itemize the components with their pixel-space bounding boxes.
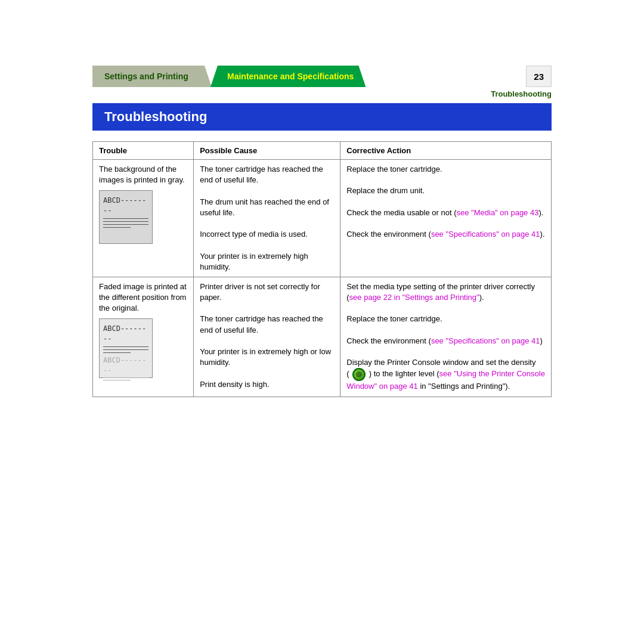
action-item: Replace the toner cartridge. (346, 164, 545, 175)
trouble-cell-2: Faded image is printed at the different … (93, 277, 194, 397)
page: Settings and Printing Maintenance and Sp… (0, 66, 644, 644)
action-item: Check the environment (see "Specificatio… (346, 229, 545, 240)
action-item: Set the media type setting of the printe… (346, 281, 545, 303)
title-bar: Troubleshooting (92, 103, 552, 131)
cause-item: Print density is high. (200, 379, 334, 390)
page-title: Troubleshooting (104, 109, 540, 125)
table-header-row: Trouble Possible Cause Corrective Action (93, 142, 552, 160)
console-icon (352, 368, 366, 381)
page-number: 23 (526, 66, 552, 87)
cause-cell-1: The toner cartridge has reached the end … (194, 160, 340, 277)
table-row: Faded image is printed at the different … (93, 277, 552, 397)
action-item: Replace the drum unit. (346, 185, 545, 196)
link-specs-1[interactable]: see "Specifications" on page 41 (431, 230, 540, 239)
link-page22[interactable]: see page 22 in "Settings and Printing" (349, 293, 479, 302)
cause-item: Printer driver is not set correctly for … (200, 281, 334, 303)
cause-item: The toner cartridge has reached the end … (200, 164, 334, 185)
header-cause: Possible Cause (194, 142, 340, 160)
action-item: Check the media usable or not (see "Medi… (346, 208, 545, 218)
header-trouble: Trouble (93, 142, 194, 160)
link-media[interactable]: see "Media" on page 43 (457, 208, 539, 217)
nav-bar: Settings and Printing Maintenance and Sp… (92, 66, 552, 87)
table-row: The background of the images is printed … (93, 160, 552, 277)
cause-item: Your printer is in extremely high or low… (200, 346, 334, 368)
action-cell-2: Set the media type setting of the printe… (340, 277, 552, 397)
action-item: Check the environment (see "Specificatio… (346, 336, 545, 346)
nav-tab-settings-label: Settings and Printing (104, 72, 188, 81)
link-console[interactable]: see "Using the Printer Console Window" o… (346, 370, 545, 391)
content-area: Trouble Possible Cause Corrective Action… (92, 141, 552, 397)
action-item: Replace the toner cartridge. (346, 314, 545, 324)
abcd-image-1: ABCD-------- (99, 190, 153, 244)
nav-tab-maintenance: Maintenance and Specifications (210, 66, 366, 87)
nav-tab-maintenance-label: Maintenance and Specifications (227, 72, 354, 81)
troubleshooting-table: Trouble Possible Cause Corrective Action… (92, 141, 552, 397)
cause-item: Your printer is in extremely high humidi… (200, 251, 334, 273)
cause-item: The drum unit has reached the end of use… (200, 197, 334, 218)
trouble-cell-1: The background of the images is printed … (93, 160, 194, 277)
section-label: Troubleshooting (0, 89, 552, 98)
cause-cell-2: Printer driver is not set correctly for … (194, 277, 340, 397)
action-cell-1: Replace the toner cartridge. Replace the… (340, 160, 552, 277)
page-number-value: 23 (534, 72, 544, 82)
cause-item: The toner cartridge has reached the end … (200, 314, 334, 335)
link-specs-2[interactable]: see "Specifications" on page 41 (431, 336, 540, 345)
cause-item: Incorrect type of media is used. (200, 229, 334, 240)
abcd-image-2: ABCD-------- ABCD-------- (99, 318, 153, 378)
action-item: Display the Printer Console window and s… (346, 357, 545, 392)
nav-tab-settings: Settings and Printing (92, 66, 212, 87)
header-action: Corrective Action (340, 142, 552, 160)
